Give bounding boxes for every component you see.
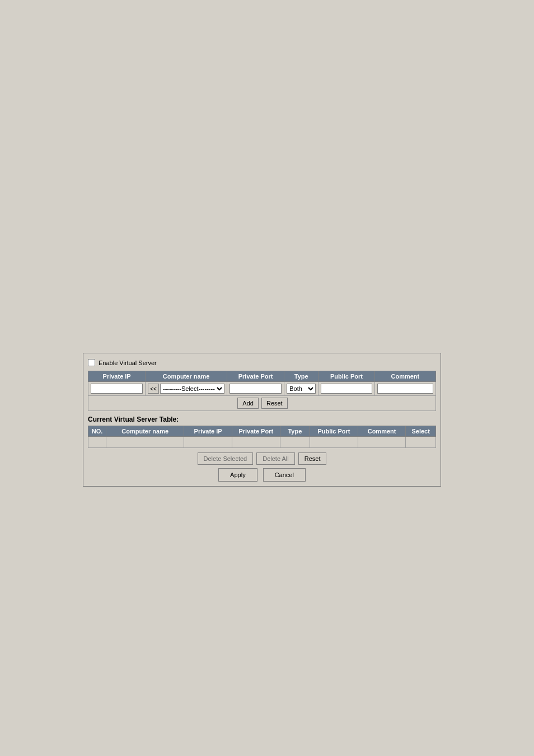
header-type: Type	[284, 371, 318, 382]
add-button[interactable]: Add	[237, 398, 259, 409]
comment-cell	[374, 382, 435, 396]
type-cell: Both TCP UDP	[284, 382, 318, 396]
header-comment: Comment	[374, 371, 435, 382]
add-reset-cell: Add Reset	[88, 396, 436, 411]
header-private-ip: Private IP	[88, 371, 146, 382]
cell-no	[88, 437, 106, 448]
header-computer-name: Computer name	[146, 371, 227, 382]
delete-selected-button[interactable]: Delete Selected	[198, 452, 254, 465]
add-reset-row: Add Reset	[88, 396, 436, 411]
th-computer-name: Computer name	[106, 426, 184, 437]
delete-all-button[interactable]: Delete All	[256, 452, 294, 465]
header-public-port: Public Port	[318, 371, 374, 382]
private-ip-input[interactable]	[91, 384, 143, 394]
reset-bottom-button[interactable]: Reset	[298, 452, 327, 465]
apply-cancel-row: Apply Cancel	[218, 468, 306, 482]
comment-input[interactable]	[377, 384, 433, 394]
enable-row: Enable Virtual Server	[88, 358, 436, 367]
bottom-actions: Delete Selected Delete All Reset Apply C…	[88, 452, 436, 482]
th-private-ip: Private IP	[184, 426, 232, 437]
private-port-cell	[227, 382, 284, 396]
private-ip-cell	[88, 382, 146, 396]
form-input-row: << ---------Select-------- Both TCP UDP	[88, 382, 436, 396]
header-private-port: Private Port	[227, 371, 284, 382]
cell-private-port	[232, 437, 280, 448]
th-type: Type	[280, 426, 310, 437]
th-no: NO.	[88, 426, 106, 437]
cell-comment	[358, 437, 406, 448]
form-table: Private IP Computer name Private Port Ty…	[88, 371, 436, 411]
cell-select	[406, 437, 436, 448]
enable-checkbox[interactable]	[88, 359, 95, 366]
apply-button[interactable]: Apply	[218, 468, 257, 482]
virtual-server-panel: Enable Virtual Server Private IP Compute…	[83, 353, 441, 487]
public-port-cell	[318, 382, 374, 396]
th-select: Select	[406, 426, 436, 437]
delete-row: Delete Selected Delete All Reset	[198, 452, 327, 465]
public-port-input[interactable]	[321, 384, 372, 394]
th-private-port: Private Port	[232, 426, 280, 437]
type-select[interactable]: Both TCP UDP	[287, 384, 316, 394]
enable-label: Enable Virtual Server	[99, 360, 157, 366]
computer-name-select[interactable]: ---------Select--------	[160, 384, 224, 394]
table-row	[88, 437, 436, 448]
server-table: NO. Computer name Private IP Private Por…	[88, 426, 436, 448]
computer-name-cell: << ---------Select--------	[146, 382, 227, 396]
reset-top-button[interactable]: Reset	[261, 398, 288, 409]
cell-type	[280, 437, 310, 448]
private-port-input[interactable]	[229, 384, 282, 394]
cancel-button[interactable]: Cancel	[263, 468, 306, 482]
cell-computer-name	[106, 437, 184, 448]
cell-public-port	[310, 437, 358, 448]
cell-private-ip	[184, 437, 232, 448]
th-comment: Comment	[358, 426, 406, 437]
arrow-button[interactable]: <<	[148, 384, 159, 394]
th-public-port: Public Port	[310, 426, 358, 437]
section-label: Current Virtual Server Table:	[88, 416, 436, 423]
